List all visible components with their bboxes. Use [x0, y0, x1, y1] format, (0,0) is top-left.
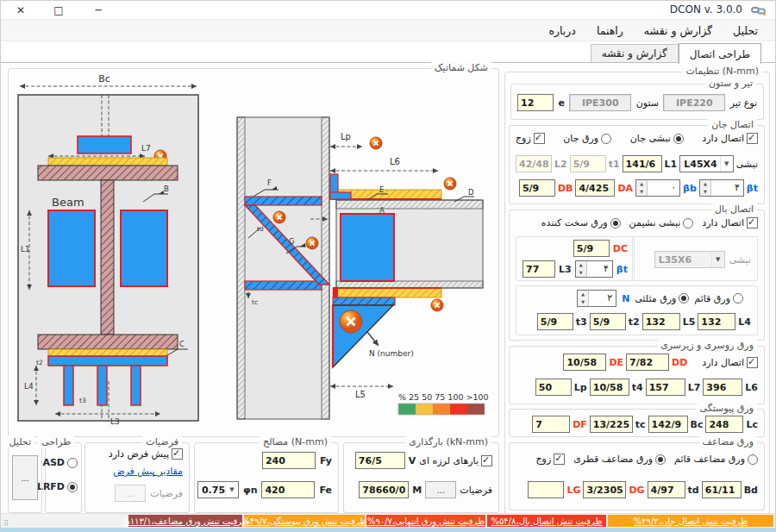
tab-report-drawing[interactable]: گزارش و نقشه: [591, 44, 679, 63]
Fy-label: Fy: [320, 455, 332, 466]
Bd-label: Bd: [744, 485, 758, 496]
t3-input[interactable]: [537, 313, 573, 330]
V-input[interactable]: [355, 452, 405, 469]
loading-assumptions-label: فرضیات: [460, 485, 492, 496]
DB-input[interactable]: [519, 179, 555, 197]
web-has-connection-checkbox[interactable]: اتصال دارد: [702, 133, 758, 144]
svg-text:td: td: [257, 225, 264, 233]
Fe-input[interactable]: [261, 481, 315, 498]
doubler-vertical-radio[interactable]: ورق مضاعف قائم: [674, 454, 758, 465]
svg-text:L3: L3: [110, 417, 120, 426]
beta-t-stepper[interactable]: ▲▼۴: [699, 179, 744, 197]
Lp-input[interactable]: [535, 379, 572, 396]
cover-has-connection-checkbox[interactable]: اتصال دارد: [702, 357, 758, 368]
Bc-input[interactable]: [648, 416, 688, 433]
svg-text:D: D: [468, 188, 474, 197]
menu-report[interactable]: گزارش و نقشه: [644, 24, 712, 37]
tab-strip: طراحی اتصال گزارش و نقشه: [1, 41, 775, 63]
flange-angle-subpanel: نبشی L35X6▼: [632, 236, 758, 281]
asd-radio[interactable]: ASD: [42, 457, 78, 468]
Bd-input[interactable]: [702, 481, 742, 498]
L5-label: L5: [683, 316, 696, 328]
tc-input[interactable]: [590, 416, 633, 433]
M-input[interactable]: [359, 481, 409, 498]
web-plate-radio[interactable]: ورق جان: [563, 133, 611, 144]
L3-input[interactable]: [523, 260, 555, 278]
flange-connection-title: اتصال بال: [711, 203, 757, 215]
seat-angle-radio[interactable]: نبشی نشیمن: [629, 217, 694, 228]
beta-b-stepper[interactable]: ▲▼۰: [635, 179, 680, 197]
L5-input[interactable]: [642, 313, 680, 330]
N-stepper[interactable]: ▲▼۲: [577, 290, 616, 307]
radio-icon: [748, 454, 758, 465]
has-default-checkbox[interactable]: پیش فرض دارد: [109, 448, 183, 460]
spinner-arrows-icon[interactable]: ▲▼: [636, 180, 648, 196]
menu-analysis[interactable]: تحلیل: [733, 24, 758, 37]
cover-plates-group: ورق روسری و زیرسری اتصال دارد DD DE L6 L…: [509, 346, 765, 404]
td-input[interactable]: [648, 481, 685, 498]
flange-beta-t-stepper[interactable]: ▲▼۴: [575, 260, 613, 278]
window-title: DCON v. 3.0.0: [670, 3, 742, 16]
Bc-label: Bc: [691, 419, 704, 430]
svg-text:C: C: [179, 340, 185, 348]
menu-about[interactable]: درباره: [548, 24, 575, 37]
doubler-pair-checkbox[interactable]: زوج: [536, 454, 566, 465]
web-angle-select[interactable]: L45X4▼: [679, 155, 733, 172]
stiffener-plate-radio[interactable]: ورق سخت کننده: [541, 217, 621, 228]
chain-link-icon: [751, 4, 767, 16]
analysis-run-button[interactable]: ...: [12, 455, 38, 500]
loading-assumptions-button[interactable]: ...: [425, 481, 456, 498]
DE-input[interactable]: [563, 354, 606, 371]
DA-input[interactable]: [575, 179, 615, 197]
flange-angle-label: نبشی: [729, 254, 751, 266]
close-icon[interactable]: ✕: [9, 3, 32, 18]
Lc-input[interactable]: [705, 416, 743, 433]
DF-input[interactable]: [532, 416, 570, 433]
doubler-diagonal-radio[interactable]: ورق مضاعف قطری: [573, 454, 666, 465]
L7-input[interactable]: [646, 379, 685, 396]
maximize-icon[interactable]: □: [47, 3, 70, 18]
radio-icon: [601, 134, 611, 144]
beam-column-group: تیر و ستون نوع تیر ستون e: [510, 84, 764, 120]
spinner-arrows-icon[interactable]: ▲▼: [700, 180, 711, 196]
DD-input[interactable]: [626, 354, 669, 371]
lrfd-radio[interactable]: LRFD: [37, 481, 78, 492]
Fy-input[interactable]: [262, 452, 316, 469]
svg-text:N (number): N (number): [369, 349, 414, 358]
e-input[interactable]: [517, 94, 554, 111]
phi-n-label: φn: [243, 485, 257, 496]
t2-input[interactable]: [590, 313, 626, 330]
flange-has-connection-checkbox[interactable]: اتصال دارد: [702, 217, 758, 228]
tab-connection-design[interactable]: طراحی اتصال: [679, 43, 761, 64]
t4-input[interactable]: [590, 379, 629, 396]
L4-input[interactable]: [698, 313, 735, 330]
svg-text:t2: t2: [36, 359, 43, 366]
legend-scale-text: % 25 50 75 100 >100: [398, 392, 489, 402]
web-angle-radio[interactable]: نبشی جان: [630, 133, 684, 144]
radio-icon: [673, 134, 684, 144]
t1-input: [570, 155, 606, 172]
minimize-icon[interactable]: ─: [87, 3, 110, 18]
svg-text:L6: L6: [390, 157, 400, 166]
menu-help[interactable]: راهنما: [597, 24, 623, 37]
spinner-arrows-icon[interactable]: ▲▼: [578, 291, 589, 306]
vertical-plate-radio[interactable]: ورق قائم: [694, 293, 743, 304]
L3-label: L3: [559, 264, 572, 275]
seismic-loads-checkbox[interactable]: بارهای لرزه ای: [419, 455, 492, 466]
DG-input[interactable]: [583, 481, 626, 498]
beam-column-title: تیر و ستون: [705, 78, 756, 89]
V-label: V: [409, 455, 416, 466]
spinner-arrows-icon[interactable]: ▲▼: [576, 261, 587, 277]
DC-input[interactable]: [573, 240, 610, 257]
analysis-group: تحلیل ...: [8, 442, 42, 513]
svg-text:E: E: [379, 185, 384, 194]
triangular-plate-radio[interactable]: ورق مثلثی: [635, 293, 689, 304]
web-pair-checkbox[interactable]: زوج: [516, 133, 545, 144]
LG-input[interactable]: [528, 481, 564, 498]
DB-label: DB: [558, 183, 573, 194]
L1-input[interactable]: [623, 155, 662, 172]
phi-n-select[interactable]: 0.75▼: [197, 481, 239, 498]
L6-input[interactable]: [703, 379, 742, 396]
default-values-link[interactable]: مقادیر پیش فرض: [113, 466, 183, 477]
chevron-down-icon: ▼: [720, 156, 733, 172]
